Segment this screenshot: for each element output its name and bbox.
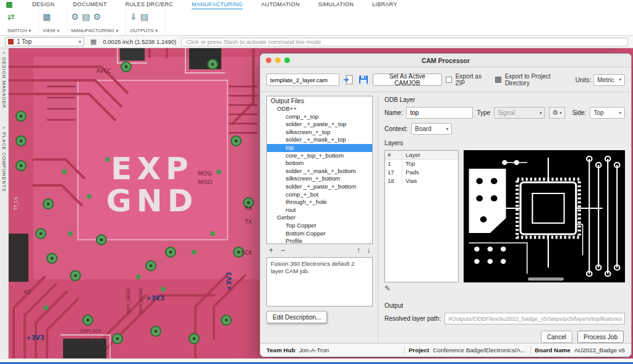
tree-item[interactable]: Bottom Copper: [267, 230, 372, 238]
units-select[interactable]: Metric ▾: [593, 74, 625, 86]
minimize-window-icon[interactable]: [275, 57, 281, 63]
chevron-down-icon: ▾: [79, 40, 81, 44]
open-file-icon[interactable]: [343, 74, 354, 86]
tree-item[interactable]: solder _+_mask_+_bottom: [267, 167, 372, 176]
team-hub-label: Team Hub: [266, 347, 295, 353]
menu-item[interactable]: RULES DRC/ERC: [125, 1, 173, 9]
icon-toolbar: ⇄ SWITCH▾ ▦ VIEW▾ ⚙ ▤ ⚙ MANUFACTURING▾ ⇓…: [0, 9, 633, 36]
tree-item[interactable]: solder _+_paste_+_bottom: [267, 183, 372, 191]
svg-text:+3V3: +3V3: [226, 272, 232, 290]
camjob-filename-input[interactable]: [266, 74, 339, 86]
gear-icon: ⚙: [552, 109, 558, 117]
camjob-description: Fusion 360 Electronics default 2 layer C…: [266, 257, 373, 307]
expand-chevrons-icon[interactable]: »: [2, 125, 5, 131]
process-job-button[interactable]: Process Job: [577, 331, 624, 343]
left-panel-rail: » DESIGN MANAGER » PLACE COMPONENTS: [0, 48, 9, 358]
layer-name-input[interactable]: [406, 107, 473, 119]
tree-item[interactable]: comp_+_top: [267, 113, 372, 121]
chevron-down-icon: ▾: [619, 111, 621, 116]
tree-item[interactable]: top: [267, 144, 372, 152]
layers-table: # Layer 1 Top: [384, 150, 459, 282]
svg-text:SCK: SCK: [241, 250, 253, 256]
pcb-big-label-line1: EXP: [111, 151, 193, 187]
cursor-coordinates: 0.0025 inch (1.5238 1.2490): [103, 38, 176, 45]
menu-item[interactable]: LIBRARY: [372, 1, 397, 9]
odb-layer-section-title: ODB Layer: [384, 96, 625, 103]
tree-item[interactable]: Top Copper: [267, 222, 372, 230]
cancel-button[interactable]: Cancel: [541, 331, 572, 343]
window-controls: [260, 57, 290, 63]
menu-item[interactable]: DESIGN: [32, 1, 54, 9]
app-logo-icon: [6, 2, 12, 8]
toolbar-group-label: MANUFACTURING: [71, 28, 114, 33]
menu-item[interactable]: AUTOMATION: [261, 1, 300, 9]
sidebar-tab-design-manager[interactable]: DESIGN MANAGER: [1, 57, 7, 109]
zoom-window-icon[interactable]: [284, 57, 290, 63]
resolved-layer-path-label: Resolved layer path:: [384, 315, 441, 322]
toolbar-group-manufacturing[interactable]: ⚙ ▤ ⚙ MANUFACTURING▾: [67, 9, 126, 35]
tree-item[interactable]: comp_+_bot: [267, 191, 372, 199]
grid-settings-button[interactable]: ▦: [89, 38, 98, 46]
context-select[interactable]: Board ▾: [411, 123, 452, 135]
toolbar-group-switch[interactable]: ⇄ SWITCH▾: [4, 9, 39, 35]
tree-item[interactable]: core_+_top_+_bottom: [267, 152, 372, 160]
chevron-down-icon: ▾: [156, 28, 158, 33]
app-window: DESIGN DOCUMENT RULES DRC/ERC MANUFACTUR…: [0, 0, 633, 364]
edit-layers-pencil-icon[interactable]: ✎: [384, 284, 391, 293]
layer-row[interactable]: 17 Pads: [385, 168, 458, 177]
tree-item[interactable]: Profile: [267, 237, 372, 244]
menu-item[interactable]: DOCUMENT: [73, 1, 106, 9]
expand-chevrons-icon[interactable]: »: [2, 50, 5, 56]
dialog-title: CAM Processor: [260, 57, 631, 64]
layer-preview-graphic: [464, 150, 625, 282]
command-line-input[interactable]: [181, 38, 628, 46]
move-down-icon[interactable]: ↓: [367, 247, 370, 254]
cam-processor-dialog: CAM Processor: [260, 53, 632, 357]
layer-number: 1: [385, 159, 402, 168]
layer-name: Top: [402, 159, 458, 168]
layer-row[interactable]: 1 Top: [385, 159, 458, 168]
preview-scrollbar[interactable]: [528, 277, 564, 281]
tree-item[interactable]: silkscreen_+_bottom: [267, 175, 372, 183]
status-footer: Team Hub Jon-A-Tron Project Conference B…: [260, 343, 631, 357]
tree-item[interactable]: through_+_hole: [267, 198, 372, 206]
board-name-value: AU2022_Badge v5: [574, 347, 625, 353]
move-up-icon[interactable]: ↑: [357, 247, 360, 254]
export-project-directory-checkbox[interactable]: [495, 77, 501, 83]
side-select[interactable]: Top ▾: [590, 107, 625, 119]
tree-item[interactable]: Gerber: [267, 214, 372, 222]
set-active-camjob-button[interactable]: Set As Active CAMJOB: [373, 74, 442, 86]
tree-item[interactable]: solder _+_mask_+_top: [267, 136, 372, 144]
dialog-titlebar[interactable]: CAM Processor: [260, 54, 631, 67]
layer-row[interactable]: 18 Vias: [385, 177, 458, 185]
edit-description-button[interactable]: Edit Description...: [266, 311, 327, 323]
add-output-button[interactable]: +: [269, 247, 273, 254]
pcb-canvas[interactable]: EXP GND MOSI MISO RX TX SCK A5 AVCC QSPI…: [9, 48, 633, 358]
menu-item[interactable]: SIMULATION: [318, 1, 354, 9]
output-files-tree: ODB++ comp_+_top solder _+_paste_+_top s…: [267, 105, 372, 244]
layer-type-settings-button[interactable]: ⚙ ▾: [549, 107, 564, 119]
layer-name: Vias: [402, 177, 458, 185]
save-icon[interactable]: [358, 74, 369, 86]
tree-item[interactable]: ODB++: [267, 105, 372, 113]
toolbar-group-view[interactable]: ▦ VIEW▾: [39, 9, 67, 35]
layer-settings-column: ODB Layer Name: Type Signal ▾ ⚙ ▾: [378, 96, 625, 343]
column-header-layer: Layer: [402, 151, 458, 159]
name-label: Name:: [384, 109, 402, 116]
close-window-icon[interactable]: [266, 57, 271, 63]
layers-table-header: # Layer: [385, 151, 458, 159]
menu-item[interactable]: MANUFACTURING: [192, 1, 242, 9]
layer-name: Pads: [402, 168, 458, 177]
output-section-title: Output: [384, 302, 625, 309]
toolbar-group-outputs[interactable]: ⇓ ▤ OUTPUTS▾: [126, 9, 166, 35]
output-icon: ⇓: [130, 12, 137, 22]
layer-selector-dropdown[interactable]: 1 Top ▾: [5, 37, 84, 46]
remove-output-button[interactable]: −: [281, 247, 285, 254]
tree-item[interactable]: solder _+_paste_+_top: [267, 121, 372, 129]
sidebar-tab-place-components[interactable]: PLACE COMPONENTS: [1, 132, 7, 192]
export-zip-checkbox[interactable]: [446, 77, 452, 83]
tree-item[interactable]: rout: [267, 206, 372, 214]
pcb-big-label-line2: GND: [106, 183, 198, 219]
tree-item[interactable]: silkscreen_+_top: [267, 129, 372, 137]
tree-item[interactable]: bottom: [267, 159, 372, 167]
